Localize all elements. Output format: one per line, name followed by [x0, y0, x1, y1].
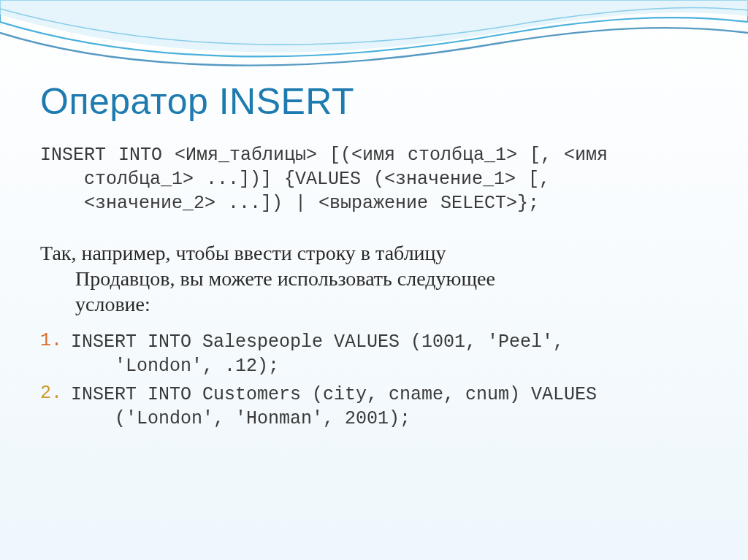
example-number-1: 1. — [40, 330, 71, 351]
syntax-line-3: <значение_2> ...]) | <выражение SELECT>}… — [40, 191, 708, 215]
syntax-block: INSERT INTO <Имя_таблицы> [(<имя столбца… — [40, 143, 708, 215]
example-body-2: INSERT INTO Customers (city, cname, cnum… — [71, 383, 708, 431]
syntax-line-2: столбца_1> ...])] {VALUES (<значение_1> … — [40, 167, 708, 191]
examples-list: 1. INSERT INTO Salespeople VALUES (1001,… — [40, 330, 708, 431]
slide-content: Оператор INSERT INSERT INTO <Имя_таблицы… — [40, 80, 708, 435]
example-1-line-1: INSERT INTO Salespeople VALUES (1001, 'P… — [71, 331, 564, 353]
syntax-line-1: INSERT INTO <Имя_таблицы> [(<имя столбца… — [40, 143, 708, 167]
example-body-1: INSERT INTO Salespeople VALUES (1001, 'P… — [71, 330, 708, 378]
slide: Оператор INSERT INSERT INTO <Имя_таблицы… — [0, 0, 748, 560]
example-number-2: 2. — [40, 383, 71, 404]
example-2-line-2: ('London', 'Honman', 2001); — [71, 407, 708, 431]
decorative-swoosh — [0, 0, 748, 88]
example-2-line-1: INSERT INTO Customers (city, cname, cnum… — [71, 384, 597, 405]
example-1-line-2: 'London', .12); — [71, 354, 708, 378]
list-item: 1. INSERT INTO Salespeople VALUES (1001,… — [40, 330, 708, 378]
description-paragraph: Так, например, чтобы ввести строку в таб… — [40, 240, 708, 317]
paragraph-line-2: Продавцов, вы можете использовать следую… — [40, 266, 708, 291]
list-item: 2. INSERT INTO Customers (city, cname, c… — [40, 383, 708, 431]
paragraph-line-1: Так, например, чтобы ввести строку в таб… — [40, 242, 446, 264]
slide-title: Оператор INSERT — [40, 80, 708, 123]
paragraph-line-3: условие: — [40, 291, 708, 317]
